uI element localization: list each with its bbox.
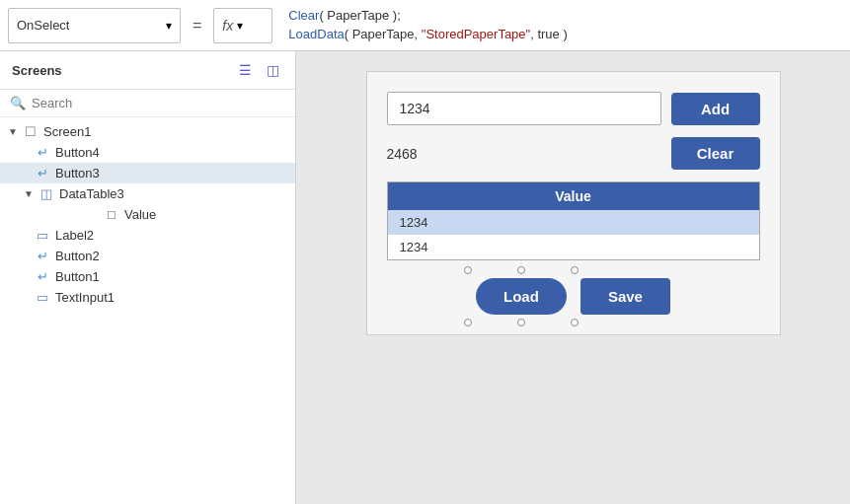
clear-button[interactable]: Clear [671, 137, 760, 170]
input-add-row: Add [387, 92, 760, 125]
paper-tape-input[interactable] [387, 92, 661, 125]
screen-icon: ☐ [22, 124, 39, 139]
bottom-buttons-row: Load Save [387, 272, 760, 315]
preview-panel: Add 2468 Clear Value 1234 1234 Load [366, 71, 781, 335]
formula-loaddata-end: , true ) [530, 27, 568, 41]
label2-icon: ▭ [34, 228, 51, 243]
button2-label: Button2 [55, 249, 100, 263]
sidebar-item-datatable3[interactable]: ▼ ◫ DataTable3 [0, 183, 295, 204]
sidebar: Screens ☰ ◫ 🔍 ▼ ☐ Screen1 ↵ Button4 [0, 51, 296, 504]
handle-tl [464, 266, 472, 274]
value-checkbox-icon: □ [103, 207, 120, 222]
value-label: Value [124, 207, 156, 222]
equals-symbol: = [189, 17, 205, 35]
tree-panel: ▼ ☐ Screen1 ↵ Button4 ↵ Button3 ▼ ◫ [0, 117, 295, 504]
datatable3-chevron: ▼ [24, 188, 34, 199]
label-clear-row: 2468 Clear [387, 137, 760, 170]
sidebar-item-button3[interactable]: ↵ Button3 [0, 163, 295, 183]
handle-tc [517, 266, 525, 274]
running-total-label: 2468 [387, 146, 661, 162]
screen1-chevron: ▼ [8, 126, 18, 137]
search-input[interactable] [32, 96, 285, 110]
toolbar: OnSelect = fx Clear( PaperTape ); LoadDa… [0, 0, 850, 51]
formula-keyword-loaddata: LoadData [288, 27, 344, 41]
table-header: Value [388, 182, 759, 210]
grid-view-icon[interactable]: ◫ [262, 59, 283, 81]
onselect-label: OnSelect [17, 18, 69, 33]
formula-loaddata-args: ( PaperTape, [345, 27, 422, 41]
save-button[interactable]: Save [580, 278, 670, 315]
handle-tr [571, 266, 579, 274]
label2-label: Label2 [55, 228, 94, 243]
formula-bar[interactable]: Clear( PaperTape ); LoadData( PaperTape,… [280, 7, 842, 42]
load-button[interactable]: Load [476, 278, 567, 315]
onselect-dropdown[interactable]: OnSelect [8, 8, 181, 43]
button3-label: Button3 [55, 166, 100, 180]
datatable3-label: DataTable3 [59, 186, 124, 201]
main-area: Screens ☰ ◫ 🔍 ▼ ☐ Screen1 ↵ Button4 [0, 51, 850, 504]
textinput1-icon: ▭ [34, 290, 51, 305]
fx-chevron-icon [237, 18, 243, 33]
fx-dropdown[interactable]: fx [213, 8, 272, 43]
search-box: 🔍 [0, 90, 295, 117]
table-row[interactable]: 1234 [388, 210, 759, 235]
sidebar-item-value[interactable]: □ Value [0, 204, 295, 225]
sidebar-item-textinput1[interactable]: ▭ TextInput1 [0, 287, 295, 308]
sidebar-title: Screens [12, 63, 62, 78]
handle-bc [517, 319, 525, 326]
sidebar-view-toggles: ☰ ◫ [234, 59, 283, 81]
formula-keyword-clear: Clear [288, 8, 319, 23]
handle-br [571, 319, 579, 326]
sidebar-item-screen1[interactable]: ▼ ☐ Screen1 [0, 121, 295, 142]
add-button[interactable]: Add [671, 93, 760, 125]
button4-icon: ↵ [34, 145, 51, 160]
sidebar-item-button1[interactable]: ↵ Button1 [0, 266, 295, 287]
table-row[interactable]: 1234 [388, 235, 759, 259]
fx-label: fx [222, 18, 233, 34]
formula-paren1: ( PaperTape ); [319, 8, 400, 23]
button1-label: Button1 [55, 269, 100, 284]
datatable3-icon: ◫ [38, 186, 55, 201]
button3-icon: ↵ [34, 166, 51, 180]
data-table: Value 1234 1234 [387, 181, 760, 260]
search-icon: 🔍 [10, 96, 26, 110]
handle-bl [464, 319, 472, 326]
formula-string-value: "StoredPaperTape" [422, 27, 530, 41]
chevron-down-icon [166, 18, 172, 33]
button1-icon: ↵ [34, 269, 51, 284]
textinput1-label: TextInput1 [55, 290, 115, 305]
button2-icon: ↵ [34, 249, 51, 263]
list-view-icon[interactable]: ☰ [234, 59, 256, 81]
sidebar-item-button4[interactable]: ↵ Button4 [0, 142, 295, 163]
screen1-label: Screen1 [43, 124, 91, 139]
canvas-area: Add 2468 Clear Value 1234 1234 Load [296, 51, 850, 504]
button4-label: Button4 [55, 145, 100, 160]
sidebar-item-button2[interactable]: ↵ Button2 [0, 246, 295, 266]
sidebar-header: Screens ☰ ◫ [0, 51, 295, 90]
sidebar-item-label2[interactable]: ▭ Label2 [0, 225, 295, 246]
load-button-wrapper: Load [476, 278, 567, 315]
